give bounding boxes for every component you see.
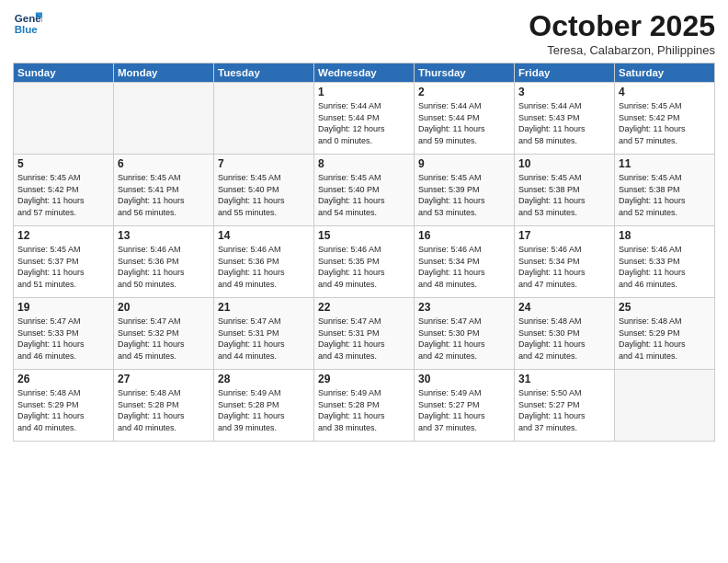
day-info: Sunrise: 5:45 AM Sunset: 5:42 PM Dayligh… [17, 172, 109, 218]
calendar-week-5: 26Sunrise: 5:48 AM Sunset: 5:29 PM Dayli… [14, 370, 715, 442]
day-info: Sunrise: 5:45 AM Sunset: 5:38 PM Dayligh… [619, 172, 711, 218]
day-info: Sunrise: 5:46 AM Sunset: 5:33 PM Dayligh… [619, 244, 711, 290]
calendar-cell: 25Sunrise: 5:48 AM Sunset: 5:29 PM Dayli… [615, 298, 715, 370]
day-header-thursday: Thursday [415, 63, 515, 83]
calendar-cell: 30Sunrise: 5:49 AM Sunset: 5:27 PM Dayli… [415, 370, 515, 442]
day-number: 27 [118, 373, 210, 385]
day-header-wednesday: Wednesday [314, 63, 415, 83]
calendar-cell: 5Sunrise: 5:45 AM Sunset: 5:42 PM Daylig… [14, 155, 114, 226]
day-header-saturday: Saturday [615, 63, 715, 83]
day-number: 6 [118, 157, 210, 170]
day-number: 31 [518, 373, 610, 385]
day-info: Sunrise: 5:48 AM Sunset: 5:30 PM Dayligh… [518, 316, 610, 362]
day-info: Sunrise: 5:48 AM Sunset: 5:29 PM Dayligh… [17, 387, 109, 433]
day-info: Sunrise: 5:45 AM Sunset: 5:41 PM Dayligh… [118, 172, 210, 218]
day-info: Sunrise: 5:46 AM Sunset: 5:34 PM Dayligh… [518, 244, 610, 290]
day-info: Sunrise: 5:49 AM Sunset: 5:27 PM Dayligh… [418, 387, 510, 433]
day-info: Sunrise: 5:45 AM Sunset: 5:37 PM Dayligh… [17, 244, 109, 290]
calendar-cell: 16Sunrise: 5:46 AM Sunset: 5:34 PM Dayli… [415, 226, 515, 298]
calendar-week-2: 5Sunrise: 5:45 AM Sunset: 5:42 PM Daylig… [14, 155, 715, 226]
day-info: Sunrise: 5:48 AM Sunset: 5:28 PM Dayligh… [118, 387, 210, 433]
header: General Blue October 2025 Teresa, Calaba… [13, 9, 715, 57]
calendar-cell: 14Sunrise: 5:46 AM Sunset: 5:36 PM Dayli… [214, 226, 314, 298]
day-info: Sunrise: 5:46 AM Sunset: 5:35 PM Dayligh… [318, 244, 410, 290]
day-number: 9 [418, 157, 510, 170]
day-info: Sunrise: 5:46 AM Sunset: 5:34 PM Dayligh… [418, 244, 510, 290]
calendar-week-3: 12Sunrise: 5:45 AM Sunset: 5:37 PM Dayli… [14, 226, 715, 298]
calendar-cell: 6Sunrise: 5:45 AM Sunset: 5:41 PM Daylig… [114, 155, 214, 226]
calendar-week-1: 1Sunrise: 5:44 AM Sunset: 5:44 PM Daylig… [14, 83, 715, 155]
day-info: Sunrise: 5:47 AM Sunset: 5:32 PM Dayligh… [118, 316, 210, 362]
calendar-cell: 31Sunrise: 5:50 AM Sunset: 5:27 PM Dayli… [515, 370, 615, 442]
day-number: 8 [318, 157, 410, 170]
calendar-cell: 29Sunrise: 5:49 AM Sunset: 5:28 PM Dayli… [314, 370, 415, 442]
day-info: Sunrise: 5:47 AM Sunset: 5:33 PM Dayligh… [17, 316, 109, 362]
day-number: 21 [218, 301, 310, 314]
calendar-cell: 4Sunrise: 5:45 AM Sunset: 5:42 PM Daylig… [615, 83, 715, 155]
day-info: Sunrise: 5:49 AM Sunset: 5:28 PM Dayligh… [218, 387, 310, 433]
calendar-cell: 28Sunrise: 5:49 AM Sunset: 5:28 PM Dayli… [214, 370, 314, 442]
calendar-cell: 15Sunrise: 5:46 AM Sunset: 5:35 PM Dayli… [314, 226, 415, 298]
day-number: 2 [418, 86, 510, 98]
day-number: 19 [17, 301, 109, 314]
day-header-monday: Monday [114, 63, 214, 83]
calendar-table: SundayMondayTuesdayWednesdayThursdayFrid… [13, 63, 715, 442]
day-number: 11 [619, 157, 711, 170]
day-number: 1 [318, 86, 410, 98]
day-header-tuesday: Tuesday [214, 63, 314, 83]
day-number: 24 [518, 301, 610, 314]
day-number: 25 [619, 301, 711, 314]
day-number: 4 [619, 86, 711, 98]
logo: General Blue [13, 9, 42, 39]
day-info: Sunrise: 5:49 AM Sunset: 5:28 PM Dayligh… [318, 387, 410, 433]
day-number: 26 [17, 373, 109, 385]
day-number: 7 [218, 157, 310, 170]
day-info: Sunrise: 5:45 AM Sunset: 5:40 PM Dayligh… [318, 172, 410, 218]
day-info: Sunrise: 5:44 AM Sunset: 5:44 PM Dayligh… [318, 100, 410, 146]
calendar-cell: 11Sunrise: 5:45 AM Sunset: 5:38 PM Dayli… [615, 155, 715, 226]
day-number: 17 [518, 229, 610, 242]
calendar-cell [14, 83, 114, 155]
day-info: Sunrise: 5:44 AM Sunset: 5:43 PM Dayligh… [518, 100, 610, 146]
calendar-cell [214, 83, 314, 155]
calendar-cell: 1Sunrise: 5:44 AM Sunset: 5:44 PM Daylig… [314, 83, 415, 155]
day-number: 22 [318, 301, 410, 314]
day-header-friday: Friday [515, 63, 615, 83]
calendar-cell: 24Sunrise: 5:48 AM Sunset: 5:30 PM Dayli… [515, 298, 615, 370]
calendar-cell: 23Sunrise: 5:47 AM Sunset: 5:30 PM Dayli… [415, 298, 515, 370]
day-number: 18 [619, 229, 711, 242]
calendar-cell: 2Sunrise: 5:44 AM Sunset: 5:44 PM Daylig… [415, 83, 515, 155]
day-info: Sunrise: 5:46 AM Sunset: 5:36 PM Dayligh… [118, 244, 210, 290]
title-block: October 2025 Teresa, Calabarzon, Philipp… [529, 9, 715, 57]
day-header-sunday: Sunday [14, 63, 114, 83]
day-number: 15 [318, 229, 410, 242]
day-info: Sunrise: 5:44 AM Sunset: 5:44 PM Dayligh… [418, 100, 510, 146]
day-info: Sunrise: 5:45 AM Sunset: 5:38 PM Dayligh… [518, 172, 610, 218]
day-info: Sunrise: 5:48 AM Sunset: 5:29 PM Dayligh… [619, 316, 711, 362]
svg-text:Blue: Blue [15, 24, 39, 35]
calendar-week-4: 19Sunrise: 5:47 AM Sunset: 5:33 PM Dayli… [14, 298, 715, 370]
calendar-cell: 3Sunrise: 5:44 AM Sunset: 5:43 PM Daylig… [515, 83, 615, 155]
calendar-cell [114, 83, 214, 155]
day-info: Sunrise: 5:46 AM Sunset: 5:36 PM Dayligh… [218, 244, 310, 290]
calendar-cell: 20Sunrise: 5:47 AM Sunset: 5:32 PM Dayli… [114, 298, 214, 370]
calendar-cell: 27Sunrise: 5:48 AM Sunset: 5:28 PM Dayli… [114, 370, 214, 442]
calendar-header-row: SundayMondayTuesdayWednesdayThursdayFrid… [14, 63, 715, 83]
day-info: Sunrise: 5:45 AM Sunset: 5:40 PM Dayligh… [218, 172, 310, 218]
day-info: Sunrise: 5:45 AM Sunset: 5:42 PM Dayligh… [619, 100, 711, 146]
calendar-cell: 9Sunrise: 5:45 AM Sunset: 5:39 PM Daylig… [415, 155, 515, 226]
day-number: 12 [17, 229, 109, 242]
calendar-cell: 17Sunrise: 5:46 AM Sunset: 5:34 PM Dayli… [515, 226, 615, 298]
day-number: 28 [218, 373, 310, 385]
page-container: General Blue October 2025 Teresa, Calaba… [0, 0, 728, 563]
day-number: 20 [118, 301, 210, 314]
day-number: 30 [418, 373, 510, 385]
calendar-cell: 13Sunrise: 5:46 AM Sunset: 5:36 PM Dayli… [114, 226, 214, 298]
day-info: Sunrise: 5:47 AM Sunset: 5:30 PM Dayligh… [418, 316, 510, 362]
calendar-cell: 18Sunrise: 5:46 AM Sunset: 5:33 PM Dayli… [615, 226, 715, 298]
calendar-cell: 7Sunrise: 5:45 AM Sunset: 5:40 PM Daylig… [214, 155, 314, 226]
day-number: 10 [518, 157, 610, 170]
day-number: 29 [318, 373, 410, 385]
calendar-cell: 26Sunrise: 5:48 AM Sunset: 5:29 PM Dayli… [14, 370, 114, 442]
calendar-cell: 21Sunrise: 5:47 AM Sunset: 5:31 PM Dayli… [214, 298, 314, 370]
